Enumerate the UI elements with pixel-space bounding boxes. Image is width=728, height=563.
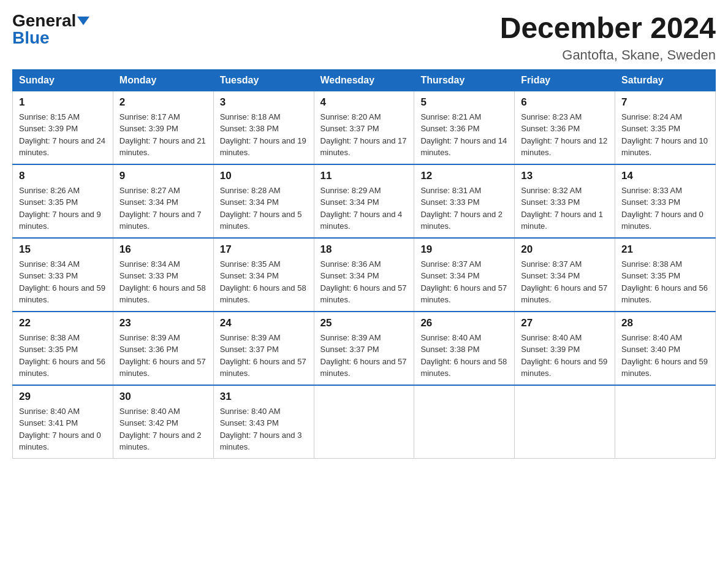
day-info: Sunrise: 8:26 AMSunset: 3:35 PMDaylight:… <box>19 185 107 232</box>
day-info: Sunrise: 8:40 AMSunset: 3:43 PMDaylight:… <box>220 405 308 453</box>
day-cell <box>414 385 515 459</box>
day-cell: 9Sunrise: 8:27 AMSunset: 3:34 PMDaylight… <box>113 164 213 238</box>
day-cell: 28Sunrise: 8:40 AMSunset: 3:40 PMDayligh… <box>615 312 716 385</box>
day-cell: 29Sunrise: 8:40 AMSunset: 3:41 PMDayligh… <box>13 385 113 459</box>
day-number: 25 <box>320 317 408 329</box>
day-number: 5 <box>420 96 508 109</box>
day-info: Sunrise: 8:15 AMSunset: 3:39 PMDaylight:… <box>19 111 107 159</box>
day-number: 9 <box>119 170 207 182</box>
day-info: Sunrise: 8:29 AMSunset: 3:34 PMDaylight:… <box>320 185 408 232</box>
day-cell: 20Sunrise: 8:37 AMSunset: 3:34 PMDayligh… <box>515 238 615 312</box>
day-info: Sunrise: 8:37 AMSunset: 3:34 PMDaylight:… <box>420 258 508 306</box>
day-info: Sunrise: 8:38 AMSunset: 3:35 PMDaylight:… <box>19 332 107 380</box>
day-cell: 8Sunrise: 8:26 AMSunset: 3:35 PMDaylight… <box>13 164 113 238</box>
day-number: 16 <box>119 243 207 256</box>
day-cell: 3Sunrise: 8:18 AMSunset: 3:38 PMDaylight… <box>213 91 314 164</box>
column-header-friday: Friday <box>515 69 615 91</box>
day-number: 15 <box>19 243 107 256</box>
column-header-sunday: Sunday <box>13 69 113 91</box>
day-cell: 27Sunrise: 8:40 AMSunset: 3:39 PMDayligh… <box>515 312 615 385</box>
day-info: Sunrise: 8:37 AMSunset: 3:34 PMDaylight:… <box>521 258 609 306</box>
day-info: Sunrise: 8:39 AMSunset: 3:36 PMDaylight:… <box>119 332 207 380</box>
day-number: 17 <box>220 243 308 256</box>
column-header-thursday: Thursday <box>414 69 515 91</box>
day-cell <box>515 385 615 459</box>
week-row-3: 15Sunrise: 8:34 AMSunset: 3:33 PMDayligh… <box>13 238 716 312</box>
day-cell <box>314 385 414 459</box>
day-cell: 17Sunrise: 8:35 AMSunset: 3:34 PMDayligh… <box>213 238 314 312</box>
day-number: 7 <box>621 96 709 109</box>
title-block: December 2024 Gantofta, Skane, Sweden <box>500 12 716 63</box>
day-info: Sunrise: 8:40 AMSunset: 3:42 PMDaylight:… <box>119 405 207 453</box>
day-info: Sunrise: 8:40 AMSunset: 3:38 PMDaylight:… <box>420 332 508 380</box>
day-number: 3 <box>220 96 308 109</box>
day-number: 1 <box>19 96 107 109</box>
day-number: 18 <box>320 243 408 256</box>
day-number: 10 <box>220 170 308 182</box>
day-info: Sunrise: 8:33 AMSunset: 3:33 PMDaylight:… <box>621 185 709 232</box>
day-cell: 7Sunrise: 8:24 AMSunset: 3:35 PMDaylight… <box>615 91 716 164</box>
day-info: Sunrise: 8:27 AMSunset: 3:34 PMDaylight:… <box>119 185 207 232</box>
day-number: 12 <box>420 170 508 182</box>
day-cell: 13Sunrise: 8:32 AMSunset: 3:33 PMDayligh… <box>515 164 615 238</box>
logo-triangle-icon <box>77 17 89 25</box>
logo-general-text: General <box>12 12 76 29</box>
day-number: 11 <box>320 170 408 182</box>
day-cell: 1Sunrise: 8:15 AMSunset: 3:39 PMDaylight… <box>13 91 113 164</box>
week-row-2: 8Sunrise: 8:26 AMSunset: 3:35 PMDaylight… <box>13 164 716 238</box>
day-number: 6 <box>521 96 609 109</box>
day-cell: 30Sunrise: 8:40 AMSunset: 3:42 PMDayligh… <box>113 385 213 459</box>
day-number: 30 <box>119 391 207 403</box>
day-number: 13 <box>521 170 609 182</box>
day-number: 29 <box>19 391 107 403</box>
day-number: 20 <box>521 243 609 256</box>
day-info: Sunrise: 8:36 AMSunset: 3:34 PMDaylight:… <box>320 258 408 306</box>
day-info: Sunrise: 8:18 AMSunset: 3:38 PMDaylight:… <box>220 111 308 159</box>
day-number: 26 <box>420 317 508 329</box>
week-row-1: 1Sunrise: 8:15 AMSunset: 3:39 PMDaylight… <box>13 91 716 164</box>
calendar-title: December 2024 <box>500 12 716 45</box>
day-cell: 15Sunrise: 8:34 AMSunset: 3:33 PMDayligh… <box>13 238 113 312</box>
day-number: 2 <box>119 96 207 109</box>
column-header-wednesday: Wednesday <box>314 69 414 91</box>
day-info: Sunrise: 8:17 AMSunset: 3:39 PMDaylight:… <box>119 111 207 159</box>
column-header-monday: Monday <box>113 69 213 91</box>
day-number: 8 <box>19 170 107 182</box>
calendar-table: SundayMondayTuesdayWednesdayThursdayFrid… <box>12 69 716 459</box>
day-number: 21 <box>621 243 709 256</box>
day-cell: 14Sunrise: 8:33 AMSunset: 3:33 PMDayligh… <box>615 164 716 238</box>
day-info: Sunrise: 8:34 AMSunset: 3:33 PMDaylight:… <box>19 258 107 306</box>
day-info: Sunrise: 8:32 AMSunset: 3:33 PMDaylight:… <box>521 185 609 232</box>
day-number: 14 <box>621 170 709 182</box>
day-info: Sunrise: 8:39 AMSunset: 3:37 PMDaylight:… <box>220 332 308 380</box>
page-header: General Blue December 2024 Gantofta, Ska… <box>12 12 716 63</box>
day-number: 19 <box>420 243 508 256</box>
day-number: 22 <box>19 317 107 329</box>
day-cell: 18Sunrise: 8:36 AMSunset: 3:34 PMDayligh… <box>314 238 414 312</box>
day-info: Sunrise: 8:21 AMSunset: 3:36 PMDaylight:… <box>420 111 508 159</box>
day-cell: 16Sunrise: 8:34 AMSunset: 3:33 PMDayligh… <box>113 238 213 312</box>
calendar-subtitle: Gantofta, Skane, Sweden <box>500 47 716 63</box>
day-info: Sunrise: 8:23 AMSunset: 3:36 PMDaylight:… <box>521 111 609 159</box>
day-cell <box>615 385 716 459</box>
column-header-saturday: Saturday <box>615 69 716 91</box>
day-info: Sunrise: 8:38 AMSunset: 3:35 PMDaylight:… <box>621 258 709 306</box>
day-info: Sunrise: 8:31 AMSunset: 3:33 PMDaylight:… <box>420 185 508 232</box>
day-info: Sunrise: 8:39 AMSunset: 3:37 PMDaylight:… <box>320 332 408 380</box>
day-number: 28 <box>621 317 709 329</box>
day-cell: 19Sunrise: 8:37 AMSunset: 3:34 PMDayligh… <box>414 238 515 312</box>
day-info: Sunrise: 8:20 AMSunset: 3:37 PMDaylight:… <box>320 111 408 159</box>
day-number: 27 <box>521 317 609 329</box>
logo-blue-text: Blue <box>12 29 50 47</box>
calendar-header-row: SundayMondayTuesdayWednesdayThursdayFrid… <box>13 69 716 91</box>
day-info: Sunrise: 8:40 AMSunset: 3:40 PMDaylight:… <box>621 332 709 380</box>
day-info: Sunrise: 8:28 AMSunset: 3:34 PMDaylight:… <box>220 185 308 232</box>
day-cell: 5Sunrise: 8:21 AMSunset: 3:36 PMDaylight… <box>414 91 515 164</box>
day-cell: 11Sunrise: 8:29 AMSunset: 3:34 PMDayligh… <box>314 164 414 238</box>
week-row-4: 22Sunrise: 8:38 AMSunset: 3:35 PMDayligh… <box>13 312 716 385</box>
day-cell: 10Sunrise: 8:28 AMSunset: 3:34 PMDayligh… <box>213 164 314 238</box>
day-cell: 4Sunrise: 8:20 AMSunset: 3:37 PMDaylight… <box>314 91 414 164</box>
day-cell: 25Sunrise: 8:39 AMSunset: 3:37 PMDayligh… <box>314 312 414 385</box>
day-cell: 12Sunrise: 8:31 AMSunset: 3:33 PMDayligh… <box>414 164 515 238</box>
logo: General Blue <box>12 12 89 47</box>
